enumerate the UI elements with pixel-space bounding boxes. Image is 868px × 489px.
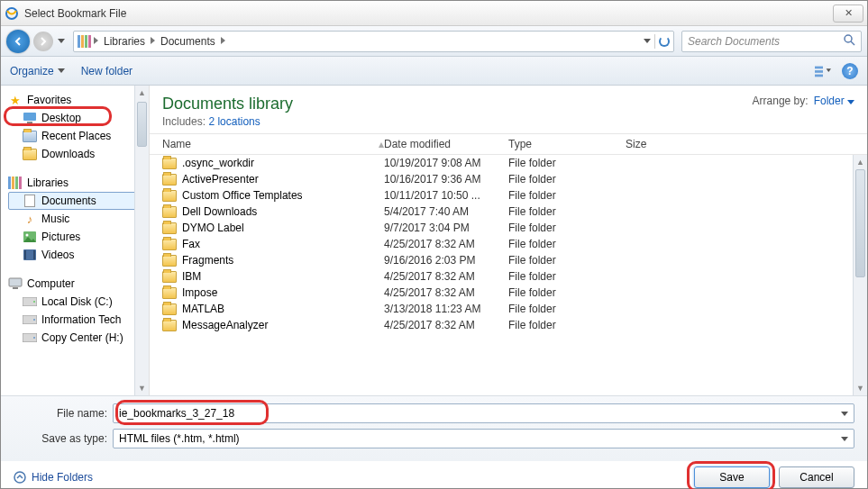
- breadcrumb-arrow-icon[interactable]: [221, 37, 225, 46]
- cancel-button[interactable]: Cancel: [779, 466, 854, 488]
- column-name[interactable]: Name ▴: [162, 138, 384, 150]
- breadcrumb-bar[interactable]: Libraries Documents: [73, 31, 674, 52]
- breadcrumb-arrow-icon[interactable]: [151, 37, 155, 46]
- file-row[interactable]: IBM4/25/2017 8:32 AMFile folder: [150, 268, 867, 285]
- scroll-up-icon[interactable]: ▲: [854, 155, 867, 169]
- filename-input[interactable]: ie_bookmarks_3_27_18: [113, 403, 854, 423]
- form-area: File name: ie_bookmarks_3_27_18 Save as …: [1, 395, 867, 461]
- sidebar-item-infotech[interactable]: Information Tech: [8, 311, 149, 329]
- sidebar-item-pictures[interactable]: Pictures: [8, 228, 149, 246]
- svg-rect-3: [815, 66, 823, 68]
- sidebar-item-videos[interactable]: Videos: [8, 246, 149, 264]
- close-button[interactable]: ✕: [833, 5, 863, 23]
- breadcrumb-libraries[interactable]: Libraries: [100, 35, 149, 48]
- includes-link[interactable]: 2 locations: [208, 115, 260, 128]
- star-icon: ★: [8, 93, 23, 107]
- toolbar: Organize New folder ?: [1, 57, 867, 86]
- scroll-thumb[interactable]: [855, 169, 865, 277]
- file-row[interactable]: Dell Downloads5/4/2017 7:40 AMFile folde…: [150, 204, 867, 220]
- svg-point-18: [33, 319, 35, 321]
- file-row[interactable]: Fragments9/16/2016 2:03 PMFile folder: [150, 252, 867, 268]
- file-date: 9/7/2017 3:04 PM: [384, 222, 508, 234]
- sidebar-item-documents[interactable]: Documents: [8, 192, 149, 210]
- scroll-thumb[interactable]: [137, 102, 147, 147]
- folder-icon: [162, 158, 177, 169]
- sidebar-item-desktop[interactable]: Desktop: [8, 109, 149, 127]
- sidebar-item-music[interactable]: ♪ Music: [8, 210, 149, 228]
- svg-rect-14: [13, 287, 18, 289]
- sidebar-item-recent[interactable]: Recent Places: [8, 127, 149, 145]
- libraries-icon: [78, 34, 92, 49]
- hide-folders-button[interactable]: Hide Folders: [14, 471, 93, 484]
- folder-icon: [162, 287, 177, 299]
- svg-rect-6: [23, 113, 36, 121]
- file-type: File folder: [508, 222, 626, 234]
- sidebar-item-copycenter[interactable]: Copy Center (H:): [8, 329, 149, 347]
- saveas-dropdown-icon[interactable]: [841, 434, 848, 443]
- sidebar-item-downloads[interactable]: Downloads: [8, 145, 149, 163]
- computer-group[interactable]: Computer: [8, 275, 149, 293]
- file-row[interactable]: Impose4/25/2017 8:32 AMFile folder: [150, 285, 867, 301]
- file-name: IBM: [182, 270, 201, 283]
- scroll-up-icon[interactable]: ▲: [135, 86, 149, 100]
- ie-icon: [5, 6, 19, 21]
- scroll-down-icon[interactable]: ▼: [854, 381, 867, 395]
- main-content: Documents library Includes: 2 locations …: [150, 86, 867, 395]
- library-title: Documents library: [162, 95, 293, 113]
- titlebar: Select Bookmark File ✕: [1, 1, 867, 26]
- column-date[interactable]: Date modified: [384, 138, 508, 150]
- breadcrumb-documents[interactable]: Documents: [157, 35, 219, 48]
- file-name: MATLAB: [182, 303, 224, 315]
- breadcrumb-arrow-icon[interactable]: [94, 37, 98, 46]
- file-type: File folder: [508, 205, 626, 218]
- arrange-by-dropdown[interactable]: Folder: [814, 95, 854, 107]
- new-folder-button[interactable]: New folder: [81, 65, 132, 77]
- file-row[interactable]: Custom Office Templates10/11/2017 10:50 …: [150, 187, 867, 204]
- recent-icon: [23, 129, 37, 143]
- filelist-scrollbar[interactable]: ▲ ▼: [853, 155, 867, 395]
- favorites-group[interactable]: ★ Favorites: [8, 91, 149, 109]
- arrange-label: Arrange by:: [753, 95, 809, 107]
- organize-menu[interactable]: Organize: [10, 65, 65, 77]
- column-size[interactable]: Size: [626, 138, 698, 150]
- sidebar-item-localdisk[interactable]: Local Disk (C:): [8, 293, 149, 311]
- file-row[interactable]: MessageAnalyzer4/25/2017 8:32 AMFile fol…: [150, 317, 867, 333]
- file-name: .osync_workdir: [182, 157, 254, 169]
- file-date: 4/25/2017 8:32 AM: [384, 286, 508, 299]
- column-type[interactable]: Type: [508, 138, 626, 150]
- videos-icon: [23, 248, 37, 262]
- file-row[interactable]: DYMO Label9/7/2017 3:04 PMFile folder: [150, 220, 867, 236]
- nav-forward-button[interactable]: [33, 32, 53, 51]
- svg-point-16: [33, 301, 35, 303]
- filename-label: File name:: [14, 407, 113, 420]
- save-button[interactable]: Save: [694, 466, 770, 488]
- scroll-down-icon[interactable]: ▼: [135, 381, 149, 395]
- file-date: 10/16/2017 9:36 AM: [384, 173, 508, 186]
- desktop-icon: [23, 111, 37, 125]
- libraries-group[interactable]: Libraries: [8, 174, 149, 192]
- navigation-pane: ★ Favorites Desktop Recent Places Downlo…: [1, 86, 150, 395]
- sidebar-scrollbar[interactable]: ▲ ▼: [134, 86, 149, 395]
- file-date: 4/25/2017 8:32 AM: [384, 319, 508, 331]
- breadcrumb-dropdown[interactable]: [644, 39, 651, 43]
- includes-label: Includes:: [162, 115, 206, 128]
- file-type: File folder: [508, 319, 626, 331]
- view-options-button[interactable]: [815, 63, 831, 79]
- file-list[interactable]: .osync_workdir10/19/2017 9:08 AMFile fol…: [150, 155, 867, 395]
- nav-history-dropdown[interactable]: [57, 32, 66, 50]
- search-input[interactable]: Search Documents: [681, 31, 862, 52]
- help-button[interactable]: ?: [842, 63, 858, 79]
- folder-icon: [162, 320, 177, 331]
- refresh-icon[interactable]: [659, 36, 670, 47]
- file-row[interactable]: .osync_workdir10/19/2017 9:08 AMFile fol…: [150, 155, 867, 171]
- file-name: Impose: [182, 286, 217, 299]
- filename-dropdown[interactable]: [841, 409, 848, 418]
- file-row[interactable]: MATLAB3/13/2018 11:23 AMFile folder: [150, 301, 867, 317]
- nav-back-button[interactable]: [6, 30, 30, 53]
- saveas-type-dropdown[interactable]: HTML files (*.htm, *.html): [113, 429, 854, 448]
- window-title: Select Bookmark File: [24, 7, 833, 20]
- file-row[interactable]: ActivePresenter10/16/2017 9:36 AMFile fo…: [150, 171, 867, 187]
- file-row[interactable]: Fax4/25/2017 8:32 AMFile folder: [150, 236, 867, 252]
- file-name: Dell Downloads: [182, 205, 257, 218]
- search-icon: [843, 33, 855, 49]
